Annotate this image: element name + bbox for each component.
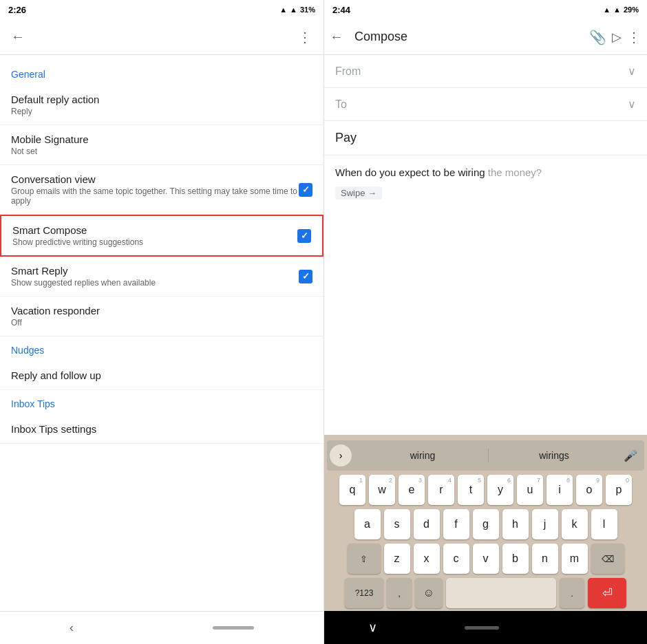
compose-more-button[interactable]: ⋮	[627, 29, 641, 45]
section-general: General	[0, 61, 324, 85]
wifi-icon: ▲	[279, 6, 287, 14]
keyboard-rows: 1q 2w 3e 4r 5t 6y 7u 8i 9o 0p a s d f g …	[327, 475, 644, 608]
key-j[interactable]: j	[532, 509, 558, 539]
settings-item-smart-reply[interactable]: Smart Reply Show suggested replies when …	[0, 257, 324, 297]
smart-reply-subtitle: Show suggested replies when available	[11, 278, 299, 288]
back-nav-icon[interactable]: ‹	[70, 621, 74, 635]
settings-item-vacation-responder[interactable]: Vacation responder Off	[0, 297, 324, 336]
settings-item-mobile-signature[interactable]: Mobile Signature Not set	[0, 125, 324, 165]
numbers-key[interactable]: ?123	[345, 578, 383, 608]
wifi-icon-right: ▲	[603, 6, 611, 14]
left-status-bar: 2:26 ▲ ▲ 31%	[0, 0, 324, 19]
comma-key[interactable]: ,	[387, 578, 412, 608]
key-row-2: a s d f g h j k l	[327, 509, 644, 539]
conv-view-title: Conversation view	[11, 173, 299, 185]
mobile-sig-subtitle: Not set	[11, 147, 312, 156]
key-z[interactable]: z	[384, 544, 410, 574]
key-h[interactable]: h	[502, 509, 529, 539]
settings-item-inbox-tips[interactable]: Inbox Tips settings	[0, 415, 324, 444]
section-inbox-tips: Inbox Tips	[0, 390, 324, 415]
conversation-view-checkbox[interactable]	[299, 183, 312, 197]
back-button[interactable]: ←	[11, 29, 25, 45]
compose-panel: 2:44 ▲ ▲ 29% ← Compose 📎 ▷ ⋮ From ∨ To ∨	[324, 0, 647, 644]
swipe-suggestion[interactable]: Swipe →	[335, 186, 382, 200]
key-s[interactable]: s	[384, 509, 410, 539]
key-n[interactable]: n	[532, 544, 558, 574]
key-r[interactable]: 4r	[428, 475, 454, 505]
mobile-sig-title: Mobile Signature	[11, 133, 312, 145]
smart-compose-subtitle: Show predictive writing suggestions	[12, 237, 297, 247]
mic-button[interactable]: 🎤	[619, 449, 641, 462]
vacation-title: Vacation responder	[11, 305, 312, 316]
key-v[interactable]: v	[473, 544, 499, 574]
signal-icon: ▲	[290, 6, 297, 14]
enter-key[interactable]: ⏎	[588, 578, 626, 608]
settings-list: General Default reply action Reply Mobil…	[0, 55, 324, 611]
right-status-time: 2:44	[332, 5, 350, 15]
keyboard-container: › wiring wirings 🎤 1q 2w 3e 4r 5t 6y 7u …	[324, 435, 647, 611]
key-o[interactable]: 9o	[576, 475, 602, 505]
settings-item-smart-compose[interactable]: Smart Compose Show predictive writing su…	[0, 215, 324, 257]
time-left: 2:26	[8, 5, 26, 15]
subject-text: Pay	[335, 131, 357, 144]
key-p[interactable]: 0p	[606, 475, 632, 505]
nav-down-icon[interactable]: ∨	[368, 620, 377, 635]
default-reply-subtitle: Reply	[11, 107, 312, 116]
suggestion-word-1[interactable]: wiring	[357, 450, 488, 461]
space-key[interactable]	[446, 578, 556, 608]
suggestion-word-2[interactable]: wirings	[489, 450, 619, 461]
reply-follow-up-title: Reply and follow up	[11, 369, 312, 381]
inbox-tips-title: Inbox Tips settings	[11, 423, 312, 435]
key-m[interactable]: m	[562, 544, 588, 574]
send-icon[interactable]: ▷	[612, 30, 622, 45]
key-b[interactable]: b	[502, 544, 529, 574]
body-typed-text: When do you expect to be wiring	[335, 167, 485, 178]
to-field[interactable]: To ∨	[324, 88, 647, 121]
key-x[interactable]: x	[414, 544, 440, 574]
expand-suggestions-button[interactable]: ›	[330, 444, 352, 466]
more-menu-button[interactable]: ⋮	[298, 29, 312, 45]
home-indicator-right	[465, 626, 499, 630]
period-key[interactable]: .	[560, 578, 584, 608]
from-label: From	[335, 65, 361, 78]
right-bottom-nav: ∨	[324, 611, 647, 644]
settings-panel: 2:26 ▲ ▲ 31% ← ⋮ General Default reply a…	[0, 0, 324, 644]
from-chevron-icon[interactable]: ∨	[628, 65, 636, 78]
key-c[interactable]: c	[443, 544, 469, 574]
compose-back-button[interactable]: ←	[330, 29, 343, 45]
delete-key[interactable]: ⌫	[591, 544, 624, 574]
key-f[interactable]: f	[443, 509, 469, 539]
key-row-4: ?123 , ☺ . ⏎	[327, 578, 644, 608]
key-t[interactable]: 5t	[458, 475, 484, 505]
settings-item-default-reply[interactable]: Default reply action Reply	[0, 85, 324, 125]
key-g[interactable]: g	[473, 509, 499, 539]
key-q[interactable]: 1q	[339, 475, 365, 505]
smart-reply-title: Smart Reply	[11, 265, 299, 277]
shift-key[interactable]: ⇧	[348, 544, 381, 574]
vacation-subtitle: Off	[11, 318, 312, 328]
subject-field[interactable]: Pay	[324, 121, 647, 155]
key-y[interactable]: 6y	[487, 475, 513, 505]
to-chevron-icon[interactable]: ∨	[628, 98, 636, 111]
key-d[interactable]: d	[414, 509, 440, 539]
battery-right: 29%	[624, 6, 639, 14]
emoji-key[interactable]: ☺	[415, 578, 443, 608]
smart-reply-checkbox[interactable]	[299, 270, 312, 283]
default-reply-title: Default reply action	[11, 94, 312, 105]
key-u[interactable]: 7u	[517, 475, 543, 505]
settings-item-reply-follow-up[interactable]: Reply and follow up	[0, 361, 324, 390]
attach-icon[interactable]: 📎	[589, 29, 606, 45]
key-l[interactable]: l	[591, 509, 617, 539]
key-w[interactable]: 2w	[369, 475, 395, 505]
from-field[interactable]: From ∨	[324, 55, 647, 88]
key-k[interactable]: k	[562, 509, 588, 539]
compose-action-buttons: 📎 ▷ ⋮	[589, 29, 641, 45]
mic-icon: 🎤	[624, 449, 637, 462]
key-a[interactable]: a	[354, 509, 381, 539]
smart-compose-checkbox[interactable]	[297, 229, 311, 243]
settings-top-bar: ← ⋮	[0, 19, 324, 55]
key-i[interactable]: 8i	[547, 475, 573, 505]
body-area[interactable]: When do you expect to be wiring the mone…	[324, 155, 647, 209]
settings-item-conversation-view[interactable]: Conversation view Group emails with the …	[0, 165, 324, 215]
key-e[interactable]: 3e	[399, 475, 425, 505]
